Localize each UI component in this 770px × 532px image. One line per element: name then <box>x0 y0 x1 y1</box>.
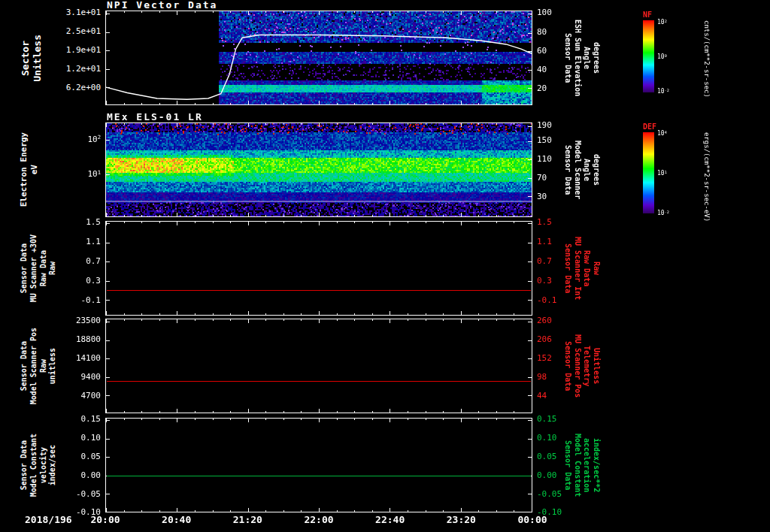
axis-tick-label: 70 <box>537 173 547 183</box>
time-minor-tick-mark <box>443 123 444 125</box>
time-minor-tick-mark <box>408 419 408 420</box>
spectrogram-canvas-els <box>106 123 532 216</box>
axis-tick-label: 110 <box>537 154 552 164</box>
axis-label-line: Electron Energy <box>20 132 29 207</box>
time-minor-tick-mark <box>514 411 514 413</box>
colorbar-tick-label: 10-2 <box>657 88 669 95</box>
time-tick-mark <box>248 213 249 216</box>
right-axis-ticks: 0.150.100.050.00-0.05-0.10 <box>535 418 563 512</box>
time-minor-tick-mark <box>496 419 497 420</box>
axis-tick-mark <box>528 457 532 458</box>
time-minor-tick-mark <box>213 11 214 13</box>
axis-tick-mark <box>528 281 532 282</box>
time-minor-tick-mark <box>443 419 444 420</box>
colorbar-tick-label: 100 <box>657 53 667 60</box>
time-minor-tick-mark <box>496 215 497 216</box>
axis-tick-label: 0.10 <box>81 433 102 443</box>
time-minor-tick-mark <box>159 411 160 413</box>
time-minor-tick-mark <box>478 11 479 13</box>
time-tick-mark <box>461 419 462 422</box>
axis-tick-label: 260 <box>537 316 552 325</box>
time-minor-tick-mark <box>372 123 373 125</box>
time-minor-tick-mark <box>301 215 302 216</box>
time-minor-tick-mark <box>354 11 355 13</box>
time-minor-tick-mark <box>426 215 426 216</box>
axis-label-line: Sensor Data <box>563 33 572 83</box>
panel-mu-scanner-30v: Sensor DataMU Scanner +30VRaw DataRaw 1.… <box>0 221 770 316</box>
time-minor-tick-mark <box>301 510 302 512</box>
time-minor-tick-mark <box>478 123 479 125</box>
axis-tick-mark <box>528 159 532 160</box>
time-minor-tick-mark <box>354 319 355 321</box>
axis-tick-label: 152 <box>537 353 552 363</box>
axis-tick-mark <box>106 261 110 262</box>
time-minor-tick-mark <box>213 123 214 125</box>
time-minor-tick-mark <box>514 222 514 223</box>
time-tick-mark <box>319 419 320 422</box>
time-minor-tick-mark <box>443 215 444 216</box>
time-minor-tick-mark <box>426 319 426 321</box>
time-minor-tick-mark <box>213 222 214 223</box>
axis-tick-label: 98 <box>537 372 547 382</box>
axis-label-line: degrees <box>592 42 601 74</box>
axis-tick-mark <box>106 395 110 396</box>
time-minor-tick-mark <box>230 419 231 420</box>
axis-tick-label: -0.05 <box>76 489 101 499</box>
right-axis-ticks: 2602061529844 <box>535 319 563 413</box>
time-tick-mark <box>177 419 177 422</box>
time-minor-tick-mark <box>514 11 514 13</box>
axis-tick-mark <box>528 88 532 89</box>
time-minor-tick-mark <box>265 103 266 104</box>
axis-tick-label: 3.1e+01 <box>66 8 101 17</box>
colorbar-tick-label: 102 <box>657 18 667 25</box>
time-minor-tick-mark <box>283 319 284 321</box>
time-tick-mark <box>532 508 532 512</box>
time-minor-tick-mark <box>337 313 338 315</box>
time-minor-tick-mark <box>337 319 338 321</box>
time-minor-tick-mark <box>372 419 373 420</box>
time-minor-tick-mark <box>478 222 479 223</box>
axis-label-line: degrees <box>592 154 601 186</box>
time-tick-mark <box>390 319 390 323</box>
colorbar-def-ticks: 10410110-2 <box>657 132 690 213</box>
time-tick-mark <box>461 311 462 315</box>
time-minor-tick-mark <box>301 123 302 125</box>
axis-label-line: MU Scanner Pos <box>573 334 582 397</box>
axis-tick-mark <box>528 51 532 52</box>
colorbar-def-gradient <box>643 132 654 213</box>
time-minor-tick-mark <box>514 215 514 216</box>
axis-label-line: Sensor Data <box>563 145 572 195</box>
axis-tick-label: 30 <box>537 192 547 201</box>
axis-tick-mark <box>528 512 532 512</box>
time-minor-tick-mark <box>496 123 497 125</box>
colorbar-nf: NF 10210010-2 cnts/(cm**2-sr-sec) <box>641 11 769 108</box>
left-axis-ticks: 0.150.100.050.00-0.05-0.10 <box>42 418 102 512</box>
time-minor-tick-mark <box>372 510 373 512</box>
time-minor-tick-mark <box>408 103 408 104</box>
time-minor-tick-mark <box>354 510 355 512</box>
time-tick-mark <box>390 11 390 15</box>
axis-tick-label: -0.1 <box>81 295 102 305</box>
axis-label-line: Model Scanner <box>573 141 582 199</box>
time-minor-tick-mark <box>265 319 266 321</box>
axis-tick-mark <box>528 395 532 396</box>
time-minor-tick-mark <box>354 123 355 125</box>
time-tick-mark <box>177 11 177 15</box>
time-minor-tick-mark <box>213 419 214 420</box>
axis-tick-mark <box>528 300 532 301</box>
time-minor-tick-mark <box>283 419 284 420</box>
time-tick-mark <box>461 213 462 216</box>
time-minor-tick-mark <box>265 419 266 420</box>
time-minor-tick-mark <box>230 215 231 216</box>
time-minor-tick-mark <box>408 313 408 315</box>
data-line <box>107 381 531 382</box>
time-tick-mark <box>248 222 249 225</box>
time-minor-tick-mark <box>159 510 160 512</box>
time-tick-mark <box>319 222 320 225</box>
time-tick-mark <box>248 409 249 413</box>
time-minor-tick-mark <box>496 313 497 315</box>
time-minor-tick-mark <box>195 510 196 512</box>
time-tick-label: 23:20 <box>447 514 476 525</box>
time-minor-tick-mark <box>283 123 284 125</box>
axis-label-line: acceleration <box>583 438 592 492</box>
